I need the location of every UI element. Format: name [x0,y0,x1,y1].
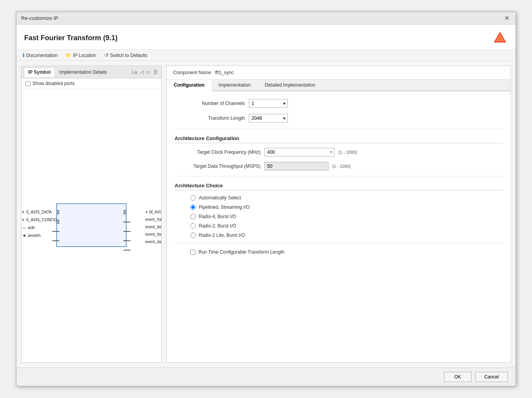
radio-radix4-label: Radix-4, Burst I/O [199,214,236,219]
tab-configuration-content: Number of Channels 1 2 4 8 Transform Len… [167,91,511,362]
switch-defaults-link[interactable]: ↺ Switch to Defaults [104,52,148,58]
folder-icon: 📁 [66,53,71,58]
cancel-button[interactable]: Cancel [475,372,508,382]
data-throughput-input[interactable] [264,162,328,171]
port-aclk: — aclk [22,225,57,230]
component-name-row: Component Name fft1_sync [167,66,511,80]
left-panel-toolbar: Show disabled ports [21,78,161,89]
radio-radix2-lite-label: Radix-2 Lite, Burst I/O [199,233,245,238]
channels-select-wrapper: 1 2 4 8 [249,99,288,108]
port-m-axis-data: + M_AXIS_DATA [145,210,161,214]
connector-s-axis-config [57,220,59,224]
menu-button[interactable]: ☰ [152,69,159,76]
radio-radix4[interactable]: Radix-4, Burst I/O [190,214,503,219]
tab-la-button[interactable]: La [131,69,138,76]
transform-length-select[interactable]: 64 128 256 512 1024 2048 4096 8192 [249,114,288,123]
left-tab-icon-group: La ◁ ▷ ☰ [131,69,159,76]
transform-length-select-wrapper: 64 128 256 512 1024 2048 4096 8192 [249,114,288,123]
port-event-frame: event_frame_started [145,217,161,222]
tab-implementation-details[interactable]: Implementation Details [55,68,111,77]
arch-choice-title: Architecture Choice [175,183,503,190]
symbol-area: + S_AXIS_DATA + S_AXIS_CONFIG — aclk [21,89,161,362]
transform-length-row: Transform Length 64 128 256 512 1024 204… [175,114,503,123]
connector-aresetn [52,240,59,241]
radio-radix2-lite[interactable]: Radix-2 Lite, Burst I/O [190,233,503,238]
port-event-tlast-unexp: event_tlast_unexpected [145,225,161,229]
tab-detailed-implementation[interactable]: Detailed Implementation [258,80,322,91]
component-name-value: fft1_sync [215,70,234,75]
data-throughput-range: [1 - 1000] [332,164,350,169]
close-button[interactable]: ✕ [503,14,511,22]
radio-radix4-input[interactable] [190,214,196,219]
radio-pipelined-input[interactable] [190,204,196,210]
clock-freq-label: Target Clock Frequency (MHz) [175,149,261,155]
documentation-link[interactable]: ℹ Documentation [23,52,58,58]
runtime-checkbox[interactable] [190,250,195,255]
ip-symbol-container: + S_AXIS_DATA + S_AXIS_CONFIG — aclk [56,203,127,248]
show-disabled-ports-label[interactable]: Show disabled ports [25,81,75,86]
switch-defaults-label: Switch to Defaults [110,53,148,58]
divider-1 [175,129,503,129]
ok-button[interactable]: OK [444,372,471,382]
clock-freq-clear-button[interactable]: ✕ [329,150,333,155]
radio-radix2[interactable]: Radix-2, Burst I/O [190,223,503,229]
symbol-inner-space [80,210,100,241]
main-dialog: Re-customize IP ✕ Fast Fourier Transform… [16,12,516,386]
radio-pipelined-label: Pipelined, Streaming I/O [199,204,250,210]
main-content: IP Symbol Implementation Details La ◁ ▷ … [16,61,516,368]
connector-s-axis-data [57,210,59,215]
ip-location-link[interactable]: 📁 IP Location [66,53,96,58]
data-throughput-label: Target Data Throughput (MSPS) [175,163,261,169]
left-ports: + S_AXIS_DATA + S_AXIS_CONFIG — aclk [22,210,57,238]
nav-back-button[interactable]: ◁ [139,69,145,76]
show-disabled-ports-text: Show disabled ports [32,81,75,86]
left-panel: IP Symbol Implementation Details La ◁ ▷ … [21,66,162,363]
radio-radix2-lite-input[interactable] [190,233,196,238]
runtime-checkbox-row[interactable]: Run Time Configurable Transform Length [190,249,503,255]
show-disabled-ports-checkbox[interactable] [25,81,30,86]
toolbar: ℹ Documentation 📁 IP Location ↺ Switch t… [16,50,516,61]
header-section: Fast Fourier Transform (9.1) [16,25,516,50]
rconnector-m-axis-data [123,210,126,215]
radio-auto-select-label: Automatically Select [199,195,241,201]
arch-config-title: Architecture Configuration [175,135,503,143]
arch-choice-radio-group: Automatically Select Pipelined, Streamin… [190,195,503,238]
right-connectors [123,210,130,253]
port-s-axis-config: + S_AXIS_CONFIG [22,217,57,222]
footer: OK Cancel [16,368,516,386]
header-title: Fast Fourier Transform (9.1) [24,34,118,42]
port-aresetn: ◄ aresetn [22,233,57,238]
divider-3 [175,243,503,243]
rconnector-event-frame [123,222,130,222]
rconnector-data-halt [123,250,130,251]
title-bar: Re-customize IP ✕ [16,12,516,25]
clock-freq-input[interactable] [264,148,335,156]
nav-forward-button[interactable]: ▷ [146,69,152,76]
radio-pipelined[interactable]: Pipelined, Streaming I/O [190,204,503,210]
tab-implementation[interactable]: Implementation [212,80,258,91]
clock-freq-input-wrapper: ✕ [264,148,335,156]
tabs-row: Configuration Implementation Detailed Im… [167,80,511,91]
left-panel-tabs: IP Symbol Implementation Details La ◁ ▷ … [21,66,161,78]
ip-location-label: IP Location [73,53,96,58]
radio-auto-select-input[interactable] [190,195,196,201]
window-title: Re-customize IP [21,15,58,21]
clock-freq-row: Target Clock Frequency (MHz) ✕ [1 - 1000… [175,148,503,156]
radio-radix2-input[interactable] [190,223,196,229]
left-connectors [52,210,59,244]
tab-ip-symbol[interactable]: IP Symbol [24,68,55,77]
clock-freq-range: [1 - 1000] [339,150,357,155]
ip-symbol-box: + S_AXIS_DATA + S_AXIS_CONFIG — aclk [56,203,127,247]
radio-auto-select[interactable]: Automatically Select [190,195,503,201]
divider-2 [175,176,503,176]
documentation-label: Documentation [26,53,58,58]
port-event-data-halt: event_data_in_channel_halt [145,240,161,244]
port-s-axis-data: + S_AXIS_DATA [22,210,57,214]
info-icon: ℹ [23,52,25,58]
channels-select[interactable]: 1 2 4 8 [249,99,288,108]
rconnector-tlast-unexp [123,231,130,232]
tab-configuration[interactable]: Configuration [167,80,212,91]
port-event-tlast-missing: event_tlast_missing [145,232,161,236]
rconnector-tlast-missing [123,240,130,241]
component-name-label: Component Name [173,70,211,75]
